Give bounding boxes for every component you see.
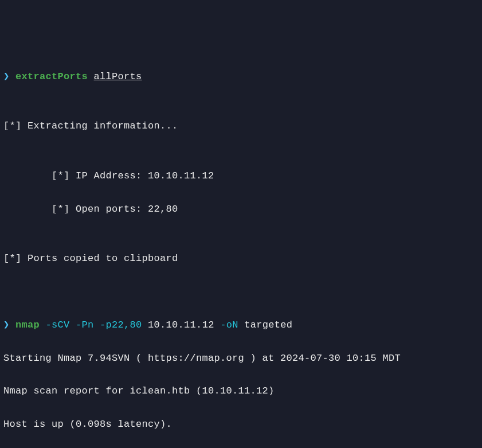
output-line: [*] Extracting information...	[3, 118, 479, 135]
terminal-output: ❯ extractPorts allPorts [*] Extracting i…	[3, 69, 479, 448]
output-line: Host is up (0.098s latency).	[3, 416, 479, 433]
command-line-1[interactable]: ❯ extractPorts allPorts	[3, 69, 479, 85]
output-line: Starting Nmap 7.94SVN ( https://nmap.org…	[3, 350, 479, 367]
output-line: [*] Open ports: 22,80	[3, 201, 479, 218]
command-flags: -oN	[214, 320, 238, 330]
prompt-icon: ❯	[3, 320, 10, 330]
command-name: extractPorts	[15, 71, 88, 82]
output-line: [*] IP Address: 10.10.11.12	[3, 168, 479, 185]
command-outfile: targeted	[238, 320, 293, 330]
output-line: [*] Ports copied to clipboard	[3, 251, 479, 267]
command-line-2[interactable]: ❯ nmap -sCV -Pn -p22,80 10.10.11.12 -oN …	[3, 317, 479, 334]
prompt-icon: ❯	[3, 71, 10, 82]
command-arg: allPorts	[94, 71, 142, 82]
command-name: nmap	[15, 320, 40, 330]
command-target: 10.10.11.12	[142, 320, 214, 330]
command-flags: -sCV -Pn -p22,80	[40, 320, 142, 330]
output-line: Nmap scan report for iclean.htb (10.10.1…	[3, 383, 479, 400]
